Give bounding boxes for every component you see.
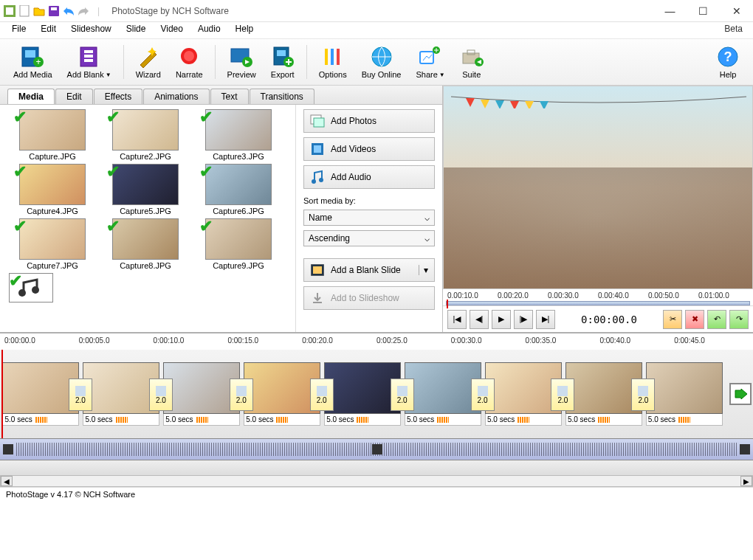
svg-rect-4 xyxy=(51,7,57,10)
media-item-audio[interactable]: ✔ xyxy=(9,273,102,303)
step-back-button[interactable]: ◀| xyxy=(470,310,489,329)
check-icon: ✔ xyxy=(9,272,22,291)
media-item[interactable]: ✔Capture4.JPG xyxy=(6,164,99,215)
transition-marker[interactable]: 2.0 xyxy=(471,378,495,411)
download-icon xyxy=(310,291,325,305)
timeline-clip[interactable]: 2.05.0 secs xyxy=(484,362,563,426)
go-start-button[interactable]: |◀ xyxy=(447,310,467,329)
tab-text[interactable]: Text xyxy=(210,89,249,104)
suite-button[interactable]: Suite xyxy=(453,42,491,82)
transition-marker[interactable]: 2.0 xyxy=(310,378,334,411)
transition-marker[interactable]: 2.0 xyxy=(69,378,92,411)
menu-video[interactable]: Video xyxy=(153,22,190,38)
go-end-button[interactable]: ▶| xyxy=(536,310,555,329)
add-blank-slide-button[interactable]: Add a Blank Slide▾ xyxy=(303,258,435,282)
tab-transitions[interactable]: Transitions xyxy=(250,89,314,104)
sort-order-select[interactable]: Ascending⌵ xyxy=(303,230,435,246)
timeline-clip[interactable]: 2.05.0 secs xyxy=(243,362,322,426)
preview-image xyxy=(443,86,753,289)
svg-rect-40 xyxy=(313,266,322,274)
app-icon xyxy=(3,4,16,18)
timeline-clip[interactable]: 5.0 secs xyxy=(644,362,723,426)
share-button[interactable]: Share▼ xyxy=(408,42,452,82)
add-photos-button[interactable]: Add Photos xyxy=(303,109,435,133)
add-videos-button[interactable]: Add Videos xyxy=(303,137,435,161)
open-icon[interactable] xyxy=(32,4,46,18)
chevron-down-icon: ⌵ xyxy=(424,212,430,223)
media-item[interactable]: ✔Capture8.JPG xyxy=(99,218,192,270)
cut-button[interactable]: ✂ xyxy=(663,310,682,329)
timeline-empty-track[interactable] xyxy=(0,460,753,475)
scroll-right-button[interactable]: ▶ xyxy=(740,476,752,486)
menu-file[interactable]: File xyxy=(4,22,33,38)
undo-icon[interactable] xyxy=(62,4,75,18)
menu-help[interactable]: Help xyxy=(228,22,261,38)
transition-marker[interactable]: 2.0 xyxy=(391,378,414,411)
media-item[interactable]: ✔Capture7.JPG xyxy=(6,218,99,270)
svg-rect-10 xyxy=(84,50,93,53)
timeline-clip[interactable]: 2.05.0 secs xyxy=(82,362,161,426)
close-button[interactable]: ✕ xyxy=(720,0,753,22)
add-audio-button[interactable]: Add Audio xyxy=(303,165,435,189)
preview-scrubber[interactable] xyxy=(446,301,750,305)
media-item[interactable]: ✔Capture3.JPG xyxy=(192,109,285,161)
redo-icon[interactable] xyxy=(77,4,90,18)
media-item[interactable]: ✔Capture5.JPG xyxy=(99,164,192,215)
undo-trim-button[interactable]: ↶ xyxy=(707,310,726,329)
menu-slide[interactable]: Slide xyxy=(119,22,154,38)
playhead[interactable] xyxy=(1,350,3,438)
chevron-down-icon[interactable]: ▾ xyxy=(419,265,428,275)
media-item[interactable]: ✔Capture9.JPG xyxy=(192,218,285,270)
transition-marker[interactable]: 2.0 xyxy=(149,378,173,411)
add-media-button[interactable]: +Add Media xyxy=(6,42,60,82)
redo-trim-button[interactable]: ↷ xyxy=(729,310,749,329)
menu-edit[interactable]: Edit xyxy=(33,22,63,38)
videos-icon xyxy=(310,142,325,156)
tab-effects[interactable]: Effects xyxy=(94,89,142,104)
svg-text:?: ? xyxy=(724,49,732,64)
maximize-button[interactable]: ☐ xyxy=(687,0,720,22)
sort-label: Sort media by: xyxy=(303,196,435,205)
minimize-button[interactable]: — xyxy=(653,0,687,22)
preview-button[interactable]: Preview xyxy=(220,42,264,82)
media-item[interactable]: ✔Capture.JPG xyxy=(6,109,99,161)
step-fwd-button[interactable]: |▶ xyxy=(514,310,533,329)
new-icon[interactable] xyxy=(18,4,31,18)
timeline-clip[interactable]: 2.05.0 secs xyxy=(162,362,241,426)
delete-button[interactable]: ✖ xyxy=(685,310,704,329)
transition-marker[interactable]: 2.0 xyxy=(230,378,253,411)
tab-edit[interactable]: Edit xyxy=(55,89,93,104)
add-blank-button[interactable]: Add Blank▼ xyxy=(60,42,119,82)
timeline-clip[interactable]: 2.05.0 secs xyxy=(323,362,402,426)
transition-marker[interactable]: 2.0 xyxy=(631,378,655,411)
media-item[interactable]: ✔Capture6.JPG xyxy=(192,164,285,215)
timeline-ruler[interactable]: 0:00:00.0 0:00:05.0 0:00:10.0 0:00:15.0 … xyxy=(0,333,753,350)
sort-by-select[interactable]: Name⌵ xyxy=(303,210,435,226)
menu-audio[interactable]: Audio xyxy=(190,22,228,38)
tab-media[interactable]: Media xyxy=(7,89,55,104)
timeline-clip[interactable]: 2.05.0 secs xyxy=(1,362,80,426)
tab-animations[interactable]: Animations xyxy=(143,89,209,104)
timeline-clip[interactable]: 2.05.0 secs xyxy=(564,362,643,426)
timeline-clip[interactable]: 2.05.0 secs xyxy=(404,362,483,426)
add-to-slideshow-button[interactable]: Add to Slideshow xyxy=(303,286,435,310)
speed-icon xyxy=(35,417,47,423)
wizard-button[interactable]: Wizard xyxy=(128,42,168,82)
svg-rect-18 xyxy=(277,50,286,56)
menu-slideshow[interactable]: Slideshow xyxy=(63,22,119,38)
timeline-audio-track[interactable] xyxy=(0,438,753,460)
timeline-scrollbar[interactable]: ◀ ▶ xyxy=(0,475,753,487)
options-button[interactable]: Options xyxy=(312,42,354,82)
export-button[interactable]: Export xyxy=(264,42,302,82)
timeline-end-button[interactable] xyxy=(729,383,752,405)
help-button[interactable]: ?Help xyxy=(709,42,747,82)
timeline-video-track[interactable]: 2.05.0 secs 2.05.0 secs 2.05.0 secs 2.05… xyxy=(0,350,753,438)
transition-marker[interactable]: 2.0 xyxy=(551,378,574,411)
narrate-button[interactable]: Narrate xyxy=(168,42,210,82)
svg-rect-47 xyxy=(557,386,568,396)
play-button[interactable]: ▶ xyxy=(492,310,511,329)
media-item[interactable]: ✔Capture2.JPG xyxy=(99,109,192,161)
save-icon[interactable] xyxy=(47,4,61,18)
scroll-left-button[interactable]: ◀ xyxy=(1,476,13,486)
buy-online-button[interactable]: Buy Online xyxy=(354,42,409,82)
